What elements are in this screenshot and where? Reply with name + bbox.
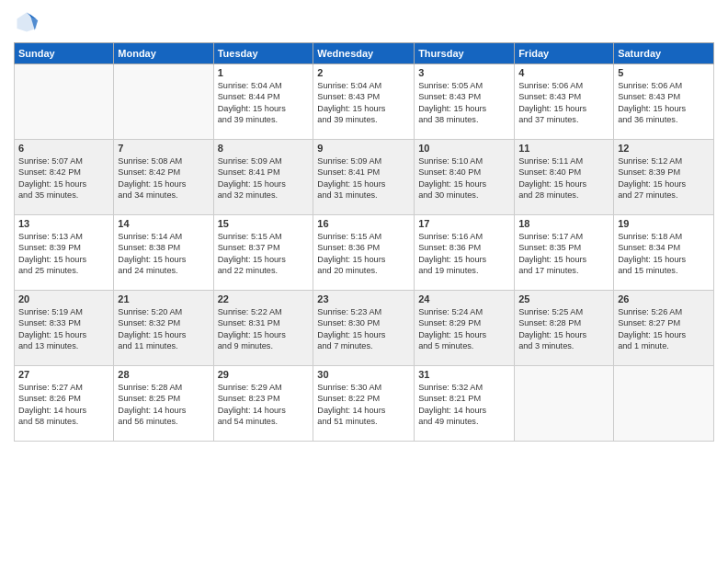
day-number: 14 <box>118 218 209 229</box>
calendar-week-row: 6Sunrise: 5:07 AM Sunset: 8:42 PM Daylig… <box>15 140 714 215</box>
day-info: Sunrise: 5:22 AM Sunset: 8:31 PM Dayligh… <box>218 306 310 352</box>
calendar-cell: 1Sunrise: 5:04 AM Sunset: 8:44 PM Daylig… <box>213 64 313 140</box>
calendar-cell: 13Sunrise: 5:13 AM Sunset: 8:39 PM Dayli… <box>15 215 114 291</box>
day-number: 24 <box>418 293 510 304</box>
calendar-cell: 22Sunrise: 5:22 AM Sunset: 8:31 PM Dayli… <box>213 291 313 366</box>
day-number: 31 <box>418 369 510 380</box>
calendar-cell <box>515 366 614 442</box>
calendar-cell: 26Sunrise: 5:26 AM Sunset: 8:27 PM Dayli… <box>614 291 714 366</box>
day-number: 11 <box>518 143 609 154</box>
day-number: 3 <box>418 67 510 78</box>
day-number: 16 <box>317 218 410 229</box>
calendar-cell: 8Sunrise: 5:09 AM Sunset: 8:41 PM Daylig… <box>213 140 313 215</box>
day-info: Sunrise: 5:19 AM Sunset: 8:33 PM Dayligh… <box>18 306 109 352</box>
day-info: Sunrise: 5:28 AM Sunset: 8:25 PM Dayligh… <box>118 382 209 428</box>
calendar-cell <box>614 366 714 442</box>
day-info: Sunrise: 5:26 AM Sunset: 8:27 PM Dayligh… <box>618 306 710 352</box>
day-number: 28 <box>118 369 209 380</box>
calendar-cell: 31Sunrise: 5:32 AM Sunset: 8:21 PM Dayli… <box>415 366 515 442</box>
weekday-header-tuesday: Tuesday <box>213 43 313 64</box>
day-number: 30 <box>317 369 410 380</box>
day-info: Sunrise: 5:16 AM Sunset: 8:36 PM Dayligh… <box>418 231 510 277</box>
day-info: Sunrise: 5:10 AM Sunset: 8:40 PM Dayligh… <box>418 155 510 201</box>
day-info: Sunrise: 5:05 AM Sunset: 8:43 PM Dayligh… <box>418 80 510 126</box>
calendar: SundayMondayTuesdayWednesdayThursdayFrid… <box>14 42 714 442</box>
day-number: 23 <box>317 293 410 304</box>
day-number: 9 <box>317 143 410 154</box>
day-info: Sunrise: 5:20 AM Sunset: 8:32 PM Dayligh… <box>118 306 209 352</box>
weekday-header-friday: Friday <box>515 43 614 64</box>
calendar-cell: 12Sunrise: 5:12 AM Sunset: 8:39 PM Dayli… <box>614 140 714 215</box>
calendar-cell: 10Sunrise: 5:10 AM Sunset: 8:40 PM Dayli… <box>415 140 515 215</box>
day-number: 20 <box>18 293 109 304</box>
day-number: 21 <box>118 293 209 304</box>
day-number: 5 <box>618 67 710 78</box>
calendar-cell: 30Sunrise: 5:30 AM Sunset: 8:22 PM Dayli… <box>313 366 415 442</box>
day-info: Sunrise: 5:17 AM Sunset: 8:35 PM Dayligh… <box>518 231 609 277</box>
weekday-header-row: SundayMondayTuesdayWednesdayThursdayFrid… <box>15 43 714 64</box>
day-number: 22 <box>218 293 310 304</box>
day-info: Sunrise: 5:09 AM Sunset: 8:41 PM Dayligh… <box>218 155 310 201</box>
day-number: 6 <box>18 143 109 154</box>
weekday-header-monday: Monday <box>114 43 213 64</box>
calendar-cell: 3Sunrise: 5:05 AM Sunset: 8:43 PM Daylig… <box>415 64 515 140</box>
day-info: Sunrise: 5:09 AM Sunset: 8:41 PM Dayligh… <box>317 155 410 201</box>
calendar-cell: 16Sunrise: 5:15 AM Sunset: 8:36 PM Dayli… <box>313 215 415 291</box>
day-number: 17 <box>418 218 510 229</box>
calendar-cell: 21Sunrise: 5:20 AM Sunset: 8:32 PM Dayli… <box>114 291 213 366</box>
day-info: Sunrise: 5:08 AM Sunset: 8:42 PM Dayligh… <box>118 155 209 201</box>
day-info: Sunrise: 5:12 AM Sunset: 8:39 PM Dayligh… <box>618 155 710 201</box>
calendar-cell: 25Sunrise: 5:25 AM Sunset: 8:28 PM Dayli… <box>515 291 614 366</box>
day-info: Sunrise: 5:24 AM Sunset: 8:29 PM Dayligh… <box>418 306 510 352</box>
calendar-cell: 29Sunrise: 5:29 AM Sunset: 8:23 PM Dayli… <box>213 366 313 442</box>
logo <box>14 9 43 35</box>
calendar-cell: 18Sunrise: 5:17 AM Sunset: 8:35 PM Dayli… <box>515 215 614 291</box>
calendar-cell: 15Sunrise: 5:15 AM Sunset: 8:37 PM Dayli… <box>213 215 313 291</box>
weekday-header-sunday: Sunday <box>15 43 114 64</box>
day-info: Sunrise: 5:06 AM Sunset: 8:43 PM Dayligh… <box>518 80 609 126</box>
day-info: Sunrise: 5:32 AM Sunset: 8:21 PM Dayligh… <box>418 382 510 428</box>
header <box>14 9 714 35</box>
calendar-cell: 6Sunrise: 5:07 AM Sunset: 8:42 PM Daylig… <box>15 140 114 215</box>
day-info: Sunrise: 5:13 AM Sunset: 8:39 PM Dayligh… <box>18 231 109 277</box>
calendar-cell: 20Sunrise: 5:19 AM Sunset: 8:33 PM Dayli… <box>15 291 114 366</box>
day-number: 19 <box>618 218 710 229</box>
weekday-header-thursday: Thursday <box>415 43 515 64</box>
day-number: 4 <box>518 67 609 78</box>
calendar-cell: 4Sunrise: 5:06 AM Sunset: 8:43 PM Daylig… <box>515 64 614 140</box>
calendar-week-row: 20Sunrise: 5:19 AM Sunset: 8:33 PM Dayli… <box>15 291 714 366</box>
day-info: Sunrise: 5:15 AM Sunset: 8:36 PM Dayligh… <box>317 231 410 277</box>
calendar-cell: 9Sunrise: 5:09 AM Sunset: 8:41 PM Daylig… <box>313 140 415 215</box>
day-info: Sunrise: 5:23 AM Sunset: 8:30 PM Dayligh… <box>317 306 410 352</box>
day-number: 26 <box>618 293 710 304</box>
weekday-header-saturday: Saturday <box>614 43 714 64</box>
day-number: 13 <box>18 218 109 229</box>
day-number: 15 <box>218 218 310 229</box>
day-number: 2 <box>317 67 410 78</box>
day-info: Sunrise: 5:04 AM Sunset: 8:44 PM Dayligh… <box>218 80 310 126</box>
weekday-header-wednesday: Wednesday <box>313 43 415 64</box>
day-number: 8 <box>218 143 310 154</box>
calendar-cell <box>15 64 114 140</box>
day-info: Sunrise: 5:18 AM Sunset: 8:34 PM Dayligh… <box>618 231 710 277</box>
day-info: Sunrise: 5:07 AM Sunset: 8:42 PM Dayligh… <box>18 155 109 201</box>
calendar-cell: 24Sunrise: 5:24 AM Sunset: 8:29 PM Dayli… <box>415 291 515 366</box>
day-number: 29 <box>218 369 310 380</box>
calendar-cell: 14Sunrise: 5:14 AM Sunset: 8:38 PM Dayli… <box>114 215 213 291</box>
calendar-cell: 17Sunrise: 5:16 AM Sunset: 8:36 PM Dayli… <box>415 215 515 291</box>
calendar-week-row: 27Sunrise: 5:27 AM Sunset: 8:26 PM Dayli… <box>15 366 714 442</box>
calendar-cell: 19Sunrise: 5:18 AM Sunset: 8:34 PM Dayli… <box>614 215 714 291</box>
day-info: Sunrise: 5:30 AM Sunset: 8:22 PM Dayligh… <box>317 382 410 428</box>
day-number: 25 <box>518 293 609 304</box>
calendar-cell: 27Sunrise: 5:27 AM Sunset: 8:26 PM Dayli… <box>15 366 114 442</box>
logo-icon <box>14 9 40 35</box>
day-number: 27 <box>18 369 109 380</box>
day-info: Sunrise: 5:27 AM Sunset: 8:26 PM Dayligh… <box>18 382 109 428</box>
day-info: Sunrise: 5:15 AM Sunset: 8:37 PM Dayligh… <box>218 231 310 277</box>
calendar-cell: 7Sunrise: 5:08 AM Sunset: 8:42 PM Daylig… <box>114 140 213 215</box>
calendar-cell: 28Sunrise: 5:28 AM Sunset: 8:25 PM Dayli… <box>114 366 213 442</box>
calendar-cell <box>114 64 213 140</box>
day-info: Sunrise: 5:25 AM Sunset: 8:28 PM Dayligh… <box>518 306 609 352</box>
day-number: 18 <box>518 218 609 229</box>
day-info: Sunrise: 5:14 AM Sunset: 8:38 PM Dayligh… <box>118 231 209 277</box>
